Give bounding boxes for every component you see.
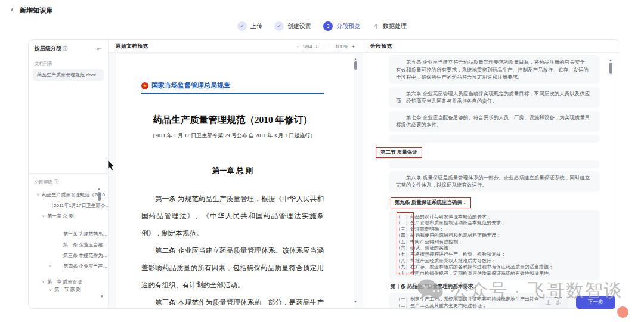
step-label: 创建设置 — [287, 22, 311, 30]
tree-title: 分段层级ⓘ — [29, 174, 108, 189]
main-card: 按层级分段ⓘ ⇤ 文档列表 药品生产质量管理规范.docx 分段层级ⓘ ∨药品生… — [28, 39, 620, 309]
next-step-button[interactable]: 下一步 — [576, 296, 615, 309]
national-emblem-icon: ★ — [141, 82, 148, 89]
page-indicator: 1/94 — [302, 44, 312, 49]
tree-item[interactable]: 第一条 为规范药品… — [29, 228, 108, 239]
segment-list: 第五条 企业应当建立符合药品质量管理要求的质量目标，将药品注册的有关安全、有效和… — [363, 53, 620, 308]
zoom-in-icon[interactable]: + — [351, 44, 355, 49]
doc-panel-title: 原始文档预览 — [116, 42, 148, 50]
doc-subtitle: （2011 年 1 月 17 日卫生部令第 79 号公布 自 2011 年 3 … — [141, 132, 324, 140]
original-document-panel: 原始文档预览 ‹ 1/94 › − 100% + ★ 国家市场监督管理总局规章 — [108, 40, 363, 308]
segment-tree-sidebar: 按层级分段ⓘ ⇤ 文档列表 药品生产质量管理规范.docx 分段层级ⓘ ∨药品生… — [29, 40, 108, 308]
step-number-badge: 3 — [323, 21, 333, 31]
back-icon[interactable]: ‹ — [11, 5, 13, 14]
step-data-processing[interactable]: 4 数据处理 — [372, 22, 407, 30]
prev-page-icon[interactable]: ‹ — [296, 44, 299, 49]
segment-card-empty[interactable] — [389, 160, 600, 168]
step-label: 上传 — [250, 22, 262, 30]
segment-card[interactable]: 第八条 质量保证是质量管理体系的一部分。企业必须建立质量保证系统，同时建立完整的… — [389, 171, 600, 192]
check-icon: ✓ — [237, 21, 247, 31]
doc-chapter-heading: 第一章 总 则 — [141, 166, 324, 176]
top-bar: ‹ 新增知识库 — [0, 0, 644, 20]
zoom-out-icon[interactable]: − — [328, 44, 332, 49]
chevron-down-icon[interactable]: ∨ — [36, 193, 39, 196]
doc-panel-header: 原始文档预览 ‹ 1/94 › − 100% + — [109, 40, 363, 53]
tree-item[interactable]: 第三条 本规范作为… — [29, 250, 108, 261]
next-page-icon[interactable]: › — [315, 44, 318, 49]
segment-card-empty[interactable] — [389, 135, 600, 143]
scroll-up-icon[interactable]: ▲ — [97, 187, 101, 191]
divider — [323, 44, 323, 49]
floating-widget-button[interactable] — [617, 306, 628, 318]
sidebar-title: 按层级分段ⓘ — [35, 45, 67, 52]
tree-item[interactable]: ∨第四条 企业应当严… — [29, 261, 108, 271]
scroll-down-icon[interactable]: ▼ — [354, 300, 357, 304]
scroll-down-icon[interactable]: ▼ — [100, 295, 104, 298]
article9-header-annotated: 第九条 质量保证系统应当确保： — [391, 197, 471, 208]
chevron-down-icon[interactable]: ∨ — [49, 264, 52, 268]
scrollbar-thumb[interactable] — [609, 63, 612, 74]
step-segment-preview[interactable]: 3 分段预览 — [323, 21, 360, 31]
file-list-section: 按层级分段ⓘ ⇤ 文档列表 药品生产质量管理规范.docx — [29, 40, 108, 174]
chevron-down-icon[interactable]: ∨ — [42, 214, 45, 218]
tree-item[interactable]: 第二条 企业应当建… — [29, 239, 108, 250]
segment-panel-header: 分段预览 — [363, 40, 620, 53]
new-knowledge-base-page: ‹ 新增知识库 ✓ 上传 ✓ 创建设置 3 分段预览 4 数据处理 按层级分段ⓘ — [0, 0, 644, 322]
page-title: 新增知识库 — [20, 6, 52, 15]
segment-card[interactable]: （一）药品的设计与研发体现本规范的要求； （二）生产管理和质量控制活动符合本规范… — [389, 210, 600, 281]
scrollbar-thumb[interactable] — [98, 192, 101, 201]
doc-paragraph: 第一条 为规范药品生产质量管理，根据《中华人民共和国药品管理法》、《中华人民共和… — [141, 190, 324, 242]
scroll-up-icon[interactable]: ▲ — [609, 58, 612, 62]
collapse-panel-icon[interactable]: ⇤ — [97, 46, 102, 52]
tree-item[interactable]: （2011年1月17日卫生部令… — [29, 200, 108, 210]
chevron-down-icon[interactable]: ∨ — [49, 287, 52, 291]
tree-item[interactable]: ∨第一章 总 则 — [29, 210, 108, 221]
segment-card[interactable]: （一）制定生产工艺，系统地回顾并证明其可持续稳定地生产出符合要求的产品； （二）… — [389, 293, 600, 308]
stepper: ✓ 上传 ✓ 创建设置 3 分段预览 4 数据处理 — [0, 21, 644, 31]
previous-step-button[interactable]: 上一步 — [538, 298, 568, 308]
segment-card[interactable]: 第六条 企业高层管理人员应当确保实现既定的质量目标，不同层次的人员以及供应商、经… — [389, 87, 600, 108]
doc-paragraph: 第二条 企业应当建立药品质量管理体系。该体系应当涵盖影响药品质量的所有因素，包括… — [141, 242, 324, 294]
doc-paragraph: 第三条 本规范作为质量管理体系的一部分，是药品生产管理和质量控制的基本要求，旨在… — [141, 294, 324, 308]
chevron-down-icon[interactable]: ∨ — [42, 280, 45, 283]
info-icon[interactable]: ⓘ — [63, 46, 67, 51]
step-upload[interactable]: ✓ 上传 — [237, 21, 262, 31]
step-label: 数据处理 — [383, 22, 407, 30]
doc-preview-area: ★ 国家市场监督管理总局规章 药品生产质量管理规范（2010 年修订） （201… — [109, 53, 363, 308]
section-header-annotated: 第二节 质量保证 — [376, 147, 422, 158]
step-label: 分段预览 — [336, 22, 360, 30]
zoom-level: 100% — [335, 44, 348, 49]
scrollbar-thumb[interactable] — [354, 61, 357, 70]
step-create-settings[interactable]: ✓ 创建设置 — [274, 21, 311, 31]
tree-item[interactable]: ∨药品生产质量管理规范（2010… — [29, 189, 108, 200]
check-icon: ✓ — [274, 21, 284, 31]
article10-header: 第十条 药品生产质量管理的基本要求： — [391, 283, 608, 290]
tree-item[interactable]: ∨第一节 原 则 — [29, 287, 108, 292]
segment-preview-panel: 分段预览 第五条 企业应当建立符合药品质量管理要求的质量目标，将药品注册的有关安… — [363, 40, 620, 308]
file-item[interactable]: 药品生产质量管理规范.docx — [33, 69, 104, 80]
document-page: ★ 国家市场监督管理总局规章 药品生产质量管理规范（2010 年修订） （201… — [116, 54, 354, 308]
info-icon[interactable]: ⓘ — [54, 179, 58, 185]
doc-title: 药品生产质量管理规范（2010 年修订） — [141, 114, 324, 126]
file-list-label: 文档列表 — [29, 56, 108, 69]
segment-card[interactable]: 第七条 企业应当配备足够的、符合要求的人员、厂房、设施和设备，为实现质量目标提供… — [389, 111, 600, 132]
doc-org-header: ★ 国家市场监督管理总局规章 — [141, 81, 324, 94]
segment-panel-title: 分段预览 — [370, 42, 392, 50]
scroll-up-icon[interactable]: ▲ — [354, 57, 357, 61]
tree-item[interactable]: ∨第二章 质量管理 — [29, 276, 108, 287]
segment-hierarchy-tree: 分段层级ⓘ ∨药品生产质量管理规范（2010… （2011年1月17日卫生部令…… — [29, 174, 108, 309]
step-number: 4 — [372, 23, 379, 30]
segment-card[interactable]: 第五条 企业应当建立符合药品质量管理要求的质量目标，将药品注册的有关安全、有效和… — [389, 55, 600, 84]
